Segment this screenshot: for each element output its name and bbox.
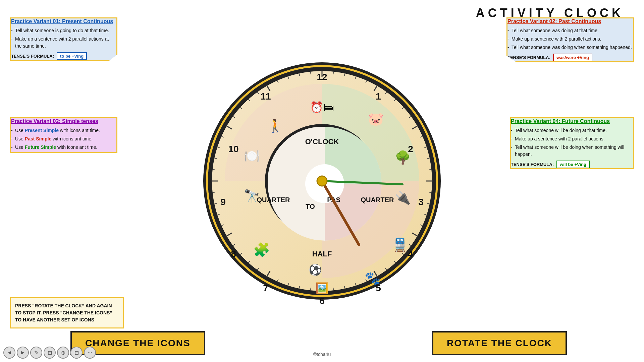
toolbar-back-button[interactable]: ◄	[3, 347, 15, 359]
box-simple-item-2: Use Past Simple with icons ant time.	[11, 135, 116, 142]
formula-present-cont: TENSE'S FORMULA: to be +Ving	[11, 52, 116, 60]
clock-hands	[208, 67, 436, 295]
formula-future-cont-value: will be +Ving	[556, 161, 590, 168]
svg-point-64	[317, 176, 327, 186]
box-present-cont-title: Practice Variant 01: Present Continuous	[11, 18, 116, 24]
box-simple-item-1: Use Present Simple with icons ant time.	[11, 127, 116, 134]
copyright-text: ©tcha4u	[313, 352, 331, 357]
toolbar-play-button[interactable]: ►	[17, 347, 29, 359]
formula-present-cont-value: to be +Ving	[57, 52, 87, 60]
formula-past-cont-value: was/were +Ving	[553, 54, 592, 61]
box-past-cont-item-1: Tell what someone was doing at that time…	[507, 27, 633, 34]
box-present-cont-item-1: Tell what someone is going to do at that…	[11, 27, 116, 34]
box-past-cont-title: Practice Variant 02: Past Continuous	[507, 18, 633, 24]
clock-num-6: 6	[316, 295, 328, 307]
svg-line-62	[322, 181, 359, 245]
toolbar-grid-button[interactable]: ⊟	[70, 347, 83, 359]
clock-container: O'CLOCK QUARTER TO PAS QUARTER HALF 12 1…	[208, 67, 436, 295]
formula-future-cont: TENSE'S FORMULA: will be +Ving	[511, 161, 633, 168]
toolbar-copy-button[interactable]: ⊞	[44, 347, 56, 359]
box-future-cont-item-1: Tell what someone will be doing at that …	[511, 127, 633, 134]
formula-past-cont-label: TENSE'S FORMULA:	[507, 55, 550, 60]
box-past-cont-item-2: Make up a sentence with 2 parallel actio…	[507, 36, 633, 43]
box-past-cont-item-3: Tell what someone was doing when somethi…	[507, 44, 633, 51]
box-past-continuous: Practice Variant 02: Past Continuous Tel…	[506, 17, 634, 62]
box-present-cont-item-2: Make up a sentence with 2 parallel actio…	[11, 36, 116, 50]
box-present-continuous: Practice Variant 01: Present Continuous …	[10, 17, 117, 61]
formula-past-cont: TENSE'S FORMULA: was/were +Ving	[507, 54, 633, 61]
box-simple-tenses-content: Use Present Simple with icons ant time. …	[11, 127, 116, 151]
formula-present-cont-label: TENSE'S FORMULA:	[11, 54, 54, 59]
toolbar: ◄ ► ✎ ⊞ ⊕ ⊟ ···	[3, 347, 96, 359]
box-future-cont-title: Practice Variant 04: Future Continuous	[511, 118, 633, 124]
rotate-clock-button[interactable]: ROTATE THE CLOCK	[432, 331, 567, 355]
instructions-text: PRESS “ROTATE THE CLOCK” AND AGAIN TO ST…	[15, 303, 112, 322]
box-future-continuous: Practice Variant 04: Future Continuous T…	[510, 117, 634, 169]
instructions-box: PRESS “ROTATE THE CLOCK” AND AGAIN TO ST…	[10, 297, 124, 328]
box-future-cont-item-3: Tell what someone will be doing when som…	[511, 144, 633, 158]
toolbar-more-button[interactable]: ···	[84, 347, 96, 359]
formula-future-cont-label: TENSE'S FORMULA:	[511, 162, 554, 167]
toolbar-edit-button[interactable]: ✎	[30, 347, 42, 359]
box-future-cont-content: Tell what someone will be doing at that …	[511, 127, 633, 158]
toolbar-search-button[interactable]: ⊕	[57, 347, 69, 359]
box-present-cont-content: Tell what someone is going to do at that…	[11, 27, 116, 50]
box-simple-tenses-title: Practice Variant 02: Simple tenses	[11, 118, 116, 124]
box-simple-tenses: Practice Variant 02: Simple tenses Use P…	[10, 117, 117, 153]
svg-line-63	[322, 181, 402, 184]
box-simple-item-3: Use Future Simple with icons ant time.	[11, 144, 116, 151]
box-future-cont-item-2: Make up a sentence with 2 parallel actio…	[511, 135, 633, 142]
box-past-cont-content: Tell what someone was doing at that time…	[507, 27, 633, 51]
